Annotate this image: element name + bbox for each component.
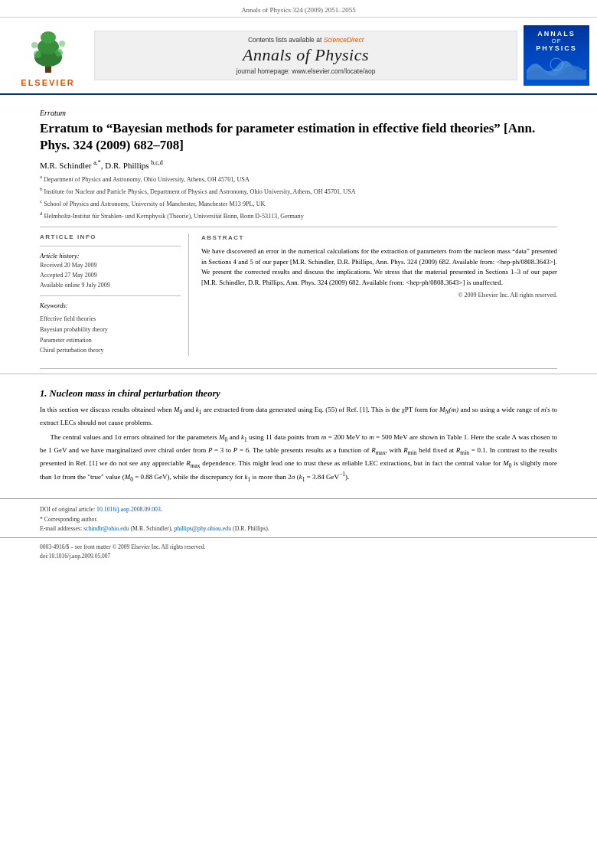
elsevier-tree-icon [21,24,76,76]
journal-center-panel: Contents lists available at ScienceDirec… [94,31,517,80]
footnote-doi: DOI of original article: 10.1016/j.aop.2… [40,505,557,514]
abstract-text: We have discovered an error in the numer… [201,246,557,289]
body-content: 1. Nucleon mass in chiral perturbation t… [0,374,597,485]
badge-of-text: OF [527,38,586,44]
footnote-email: E-mail addresses: schindlr@ohio.edu (M.R… [40,524,557,534]
divider-info [40,246,181,246]
doi-link[interactable]: 10.1016/j.aop.2008.09.003 [96,506,161,513]
contents-line: Contents lists available at ScienceDirec… [103,36,509,44]
article-info-heading: ARTICLE INFO [40,233,181,240]
top-header: Annals of Physics 324 (2009) 2051–2055 [0,0,597,18]
svg-point-4 [34,51,41,58]
body-para-2: The central values and 1σ errors obtaine… [40,432,557,485]
sciencedirect-link[interactable]: ScienceDirect [324,36,364,44]
two-col-section: ARTICLE INFO Article history: Received 2… [40,233,557,356]
affiliation-d: Helmholtz-Institut für Strahlen- und Ker… [44,213,304,220]
authors-line: M.R. Schindler a,*, D.R. Phillips b,c,d [40,159,557,170]
section-1-title: 1. Nucleon mass in chiral perturbation t… [40,388,557,400]
affiliation-a: Department of Physics and Astronomy, Ohi… [44,176,250,183]
badge-annals-text: ANNALS [527,30,586,38]
article-type-label: Erratum [40,109,557,117]
divider-keywords [40,295,181,296]
received-date: Received 20 May 2009 Accepted 27 May 200… [40,261,181,290]
history-heading: Article history: [40,252,181,259]
svg-point-6 [31,42,38,48]
article-title: Erratum to “Bayesian methods for paramet… [40,120,557,154]
article-info-col: ARTICLE INFO Article history: Received 2… [40,233,189,356]
abstract-heading: ABSTRACT [201,233,557,243]
elsevier-wordmark: ELSEVIER [21,78,74,87]
divider-body [40,368,557,369]
elsevier-logo: ELSEVIER [8,24,88,87]
journal-homepage: journal homepage: www.elsevier.com/locat… [103,67,509,75]
affiliations: a Department of Physics and Astronomy, O… [40,173,557,221]
main-content: Erratum Erratum to “Bayesian methods for… [0,95,597,364]
page: Annals of Physics 324 (2009) 2051–2055 E… [0,0,597,579]
annals-badge: ANNALS OF PHYSICS [524,25,589,86]
email-phillips[interactable]: phillips@phy.ohiou.edu [174,525,231,532]
divider-1 [40,227,557,227]
abstract-col: ABSTRACT We have discovered an error in … [201,233,557,356]
svg-point-7 [59,41,65,47]
footnotes: DOI of original article: 10.1016/j.aop.2… [0,498,597,534]
keyword-4: Chiral perturbation theory [40,345,181,356]
svg-point-3 [41,31,56,44]
issn-line: 0003-4916/$ – see front matter © 2009 El… [40,543,557,552]
affiliation-c: School of Physics and Astronomy, Univers… [44,201,265,207]
journal-header: ELSEVIER Contents lists available at Sci… [0,18,597,95]
keyword-1: Effective field theories [40,314,181,325]
journal-citation: Annals of Physics 324 (2009) 2051–2055 [241,6,356,14]
badge-wave-icon [527,55,586,80]
journal-title: Annals of Physics [103,45,509,65]
keywords-list: Effective field theories Bayesian probab… [40,314,181,355]
copyright: © 2009 Elsevier Inc. All rights reserved… [201,291,557,300]
badge-physics-text: PHYSICS [527,44,586,52]
svg-point-5 [55,49,63,57]
affiliation-b: Institute for Nuclear and Particle Physi… [44,188,356,195]
email-schindler[interactable]: schindlr@ohio.edu [83,525,129,532]
keyword-2: Bayesian probability theory [40,325,181,335]
body-para-1: In this section we discuss results obtai… [40,404,557,428]
keywords-heading: Keywords: [40,302,181,309]
bottom-bar: 0003-4916/$ – see front matter © 2009 El… [0,537,597,564]
doi-line: doi:10.1016/j.aop.2009.05.007 [40,552,557,561]
footnote-corresponding: * Corresponding author. [40,515,557,524]
keyword-3: Parameter estimation [40,335,181,346]
